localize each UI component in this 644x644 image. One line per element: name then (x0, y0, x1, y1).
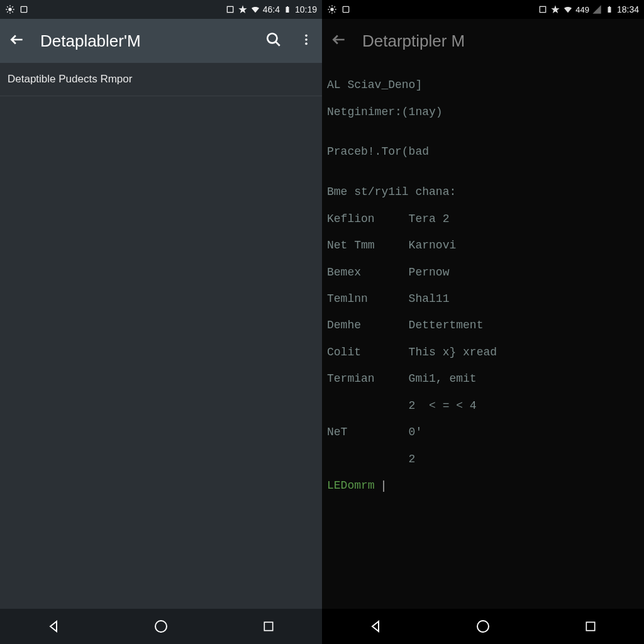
cursor-icon (383, 480, 384, 492)
svg-point-7 (305, 38, 308, 41)
star-icon (550, 4, 560, 14)
terminal-prompt: LEDomrm (327, 479, 381, 492)
terminal-line: 2 (327, 453, 639, 466)
terminal-line: Praceb!.Tor(bad (327, 145, 639, 158)
battery-icon (604, 4, 614, 14)
app-bar-left: Detaplabler'M (0, 19, 322, 63)
nav-home-icon[interactable] (470, 614, 496, 639)
terminal-line: Temlnn Shal11 (327, 292, 639, 306)
back-icon[interactable] (331, 31, 347, 50)
svg-point-0 (8, 8, 11, 11)
nav-home-icon[interactable] (148, 614, 174, 639)
box-icon (538, 4, 548, 14)
svg-point-8 (305, 43, 308, 45)
svg-rect-14 (608, 7, 611, 13)
brightness-icon (5, 4, 15, 14)
terminal-line: Bme st/ry1il chana: (327, 186, 639, 199)
nav-back-icon[interactable] (363, 614, 388, 639)
battery-icon (282, 4, 292, 14)
app-bar-right: Detarptipler M (322, 19, 644, 63)
battery-percent: 449 (575, 5, 589, 14)
svg-rect-4 (287, 6, 288, 7)
list-item[interactable]: Detaptible Pudects Rmpor (0, 63, 322, 96)
svg-rect-13 (540, 6, 546, 12)
terminal-line: Colit This x} xread (327, 346, 639, 359)
wifi-icon (563, 4, 573, 14)
clock-time: 18:34 (617, 4, 639, 14)
star-icon (238, 4, 248, 14)
signal-icon (592, 4, 602, 14)
terminal-line: Termian Gmi1, emit (327, 372, 639, 386)
svg-rect-3 (286, 7, 289, 13)
terminal-line: 2 < = < 4 (327, 399, 639, 413)
svg-rect-10 (264, 622, 272, 630)
svg-point-11 (330, 8, 333, 11)
status-bar-left: 46:4 10:19 (0, 0, 322, 19)
terminal-line: Bemex Pernow (327, 266, 639, 279)
svg-rect-12 (343, 6, 348, 12)
back-icon[interactable] (9, 31, 25, 50)
svg-point-6 (305, 35, 308, 37)
svg-rect-15 (609, 6, 610, 7)
nav-bar-right (322, 609, 644, 644)
card-icon (341, 4, 351, 14)
battery-percent: 46:4 (263, 4, 280, 14)
clock-time: 10:19 (295, 4, 317, 14)
terminal-line: AL Sciav_Deno] (327, 79, 639, 92)
svg-rect-2 (227, 6, 233, 12)
nav-back-icon[interactable] (41, 614, 66, 639)
app-title: Detaplabler'M (40, 31, 250, 51)
status-bar-right: 449 18:34 (322, 0, 644, 19)
svg-point-5 (267, 33, 277, 43)
search-icon[interactable] (265, 31, 282, 50)
app-title: Detarptipler M (362, 31, 635, 51)
svg-point-9 (155, 621, 167, 632)
terminal-line: Net Tmm Karnovi (327, 239, 639, 252)
svg-rect-1 (21, 6, 26, 12)
terminal-line: NeT 0' (327, 426, 639, 439)
wifi-icon (250, 4, 260, 14)
terminal-output[interactable]: AL Sciav_Deno] Netginimer:(1nay) Praceb!… (322, 63, 644, 609)
box-icon (225, 4, 235, 14)
card-icon (19, 4, 29, 14)
terminal-line: Netginimer:(1nay) (327, 106, 639, 119)
nav-bar-left (0, 609, 322, 644)
svg-point-16 (477, 621, 489, 632)
content-left: Detaptible Pudects Rmpor (0, 63, 322, 609)
nav-recent-icon[interactable] (578, 614, 603, 639)
left-screen: 46:4 10:19 Detaplabler'M Detaptible Pude… (0, 0, 322, 644)
brightness-icon (327, 4, 337, 14)
right-screen: 449 18:34 Detarptipler M AL Sciav_Deno] … (322, 0, 644, 644)
nav-recent-icon[interactable] (256, 614, 281, 639)
terminal-line: Demhe Dettertment (327, 319, 639, 332)
more-icon[interactable] (299, 33, 313, 49)
terminal-line: Keflion Tera 2 (327, 213, 639, 226)
svg-rect-17 (586, 622, 594, 630)
